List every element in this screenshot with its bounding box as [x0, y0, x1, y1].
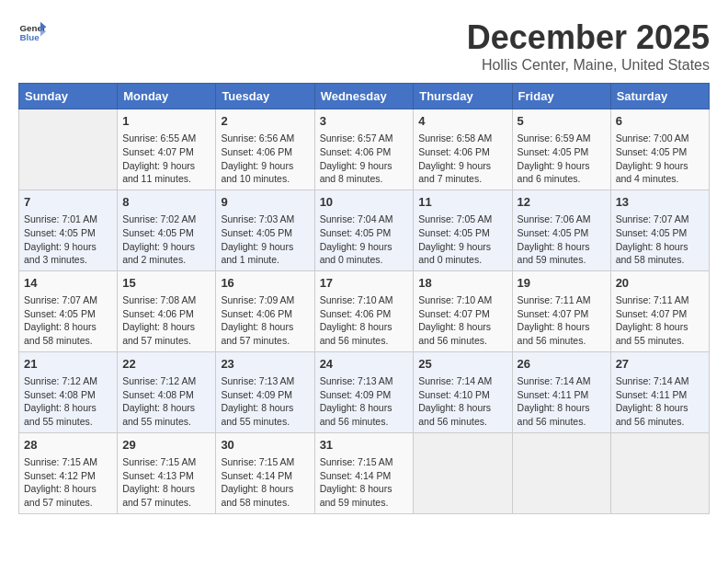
calendar-table: SundayMondayTuesdayWednesdayThursdayFrid…	[18, 83, 710, 514]
calendar-cell: 26Sunrise: 7:14 AM Sunset: 4:11 PM Dayli…	[512, 351, 610, 432]
day-info: Sunrise: 6:56 AM Sunset: 4:06 PM Dayligh…	[221, 132, 309, 186]
calendar-cell: 28Sunrise: 7:15 AM Sunset: 4:12 PM Dayli…	[19, 432, 118, 513]
header-monday: Monday	[118, 84, 216, 109]
day-number: 21	[24, 356, 112, 373]
calendar-cell: 6Sunrise: 7:00 AM Sunset: 4:05 PM Daylig…	[610, 109, 709, 190]
calendar-week-row: 21Sunrise: 7:12 AM Sunset: 4:08 PM Dayli…	[19, 351, 710, 432]
day-info: Sunrise: 7:11 AM Sunset: 4:07 PM Dayligh…	[616, 293, 704, 348]
calendar-cell: 18Sunrise: 7:10 AM Sunset: 4:07 PM Dayli…	[414, 270, 512, 351]
day-number: 16	[221, 275, 309, 292]
svg-text:Blue: Blue	[20, 32, 40, 42]
day-number: 4	[418, 113, 506, 130]
day-info: Sunrise: 6:55 AM Sunset: 4:07 PM Dayligh…	[122, 132, 210, 186]
day-number: 28	[24, 437, 112, 454]
day-info: Sunrise: 7:11 AM Sunset: 4:07 PM Dayligh…	[518, 293, 606, 348]
day-info: Sunrise: 7:14 AM Sunset: 4:11 PM Dayligh…	[518, 374, 606, 429]
day-info: Sunrise: 6:59 AM Sunset: 4:05 PM Dayligh…	[518, 132, 606, 186]
calendar-week-row: 28Sunrise: 7:15 AM Sunset: 4:12 PM Dayli…	[19, 432, 710, 513]
day-number: 22	[122, 356, 210, 373]
calendar-cell: 29Sunrise: 7:15 AM Sunset: 4:13 PM Dayli…	[118, 432, 216, 513]
calendar-cell: 20Sunrise: 7:11 AM Sunset: 4:07 PM Dayli…	[610, 270, 709, 351]
calendar-cell: 22Sunrise: 7:12 AM Sunset: 4:08 PM Dayli…	[118, 351, 216, 432]
day-info: Sunrise: 7:05 AM Sunset: 4:05 PM Dayligh…	[418, 213, 506, 267]
calendar-week-row: 1Sunrise: 6:55 AM Sunset: 4:07 PM Daylig…	[19, 109, 710, 190]
day-number: 23	[221, 356, 309, 373]
calendar-cell: 24Sunrise: 7:13 AM Sunset: 4:09 PM Dayli…	[314, 351, 414, 432]
calendar-subtitle: Hollis Center, Maine, United States	[467, 57, 710, 74]
header-tuesday: Tuesday	[216, 84, 314, 109]
day-number: 10	[320, 194, 409, 211]
day-number: 6	[616, 113, 704, 130]
day-info: Sunrise: 7:10 AM Sunset: 4:06 PM Dayligh…	[320, 293, 409, 348]
day-number: 9	[221, 194, 309, 211]
day-number: 12	[518, 194, 606, 211]
day-number: 11	[418, 194, 506, 211]
calendar-cell: 3Sunrise: 6:57 AM Sunset: 4:06 PM Daylig…	[314, 109, 414, 190]
day-number: 7	[24, 194, 112, 211]
day-info: Sunrise: 7:07 AM Sunset: 4:05 PM Dayligh…	[24, 293, 112, 348]
calendar-cell: 10Sunrise: 7:04 AM Sunset: 4:05 PM Dayli…	[314, 190, 414, 270]
calendar-cell: 12Sunrise: 7:06 AM Sunset: 4:05 PM Dayli…	[512, 190, 610, 270]
day-info: Sunrise: 7:12 AM Sunset: 4:08 PM Dayligh…	[24, 374, 112, 429]
day-number: 14	[24, 275, 112, 292]
day-number: 15	[122, 275, 210, 292]
day-number: 3	[320, 113, 409, 130]
logo-icon: General Blue	[18, 18, 46, 46]
calendar-cell: 25Sunrise: 7:14 AM Sunset: 4:10 PM Dayli…	[414, 351, 512, 432]
day-info: Sunrise: 7:04 AM Sunset: 4:05 PM Dayligh…	[320, 213, 409, 267]
calendar-cell: 30Sunrise: 7:15 AM Sunset: 4:14 PM Dayli…	[216, 432, 314, 513]
day-info: Sunrise: 7:15 AM Sunset: 4:12 PM Dayligh…	[24, 455, 112, 510]
calendar-cell	[414, 432, 512, 513]
day-number: 26	[518, 356, 606, 373]
logo: General Blue	[18, 18, 46, 46]
day-info: Sunrise: 7:12 AM Sunset: 4:08 PM Dayligh…	[122, 374, 210, 429]
calendar-cell: 31Sunrise: 7:15 AM Sunset: 4:14 PM Dayli…	[314, 432, 414, 513]
day-info: Sunrise: 7:13 AM Sunset: 4:09 PM Dayligh…	[221, 374, 309, 429]
day-number: 2	[221, 113, 309, 130]
calendar-cell: 8Sunrise: 7:02 AM Sunset: 4:05 PM Daylig…	[118, 190, 216, 270]
day-info: Sunrise: 6:57 AM Sunset: 4:06 PM Dayligh…	[320, 132, 409, 186]
day-number: 1	[122, 113, 210, 130]
day-number: 25	[418, 356, 506, 373]
day-number: 29	[122, 437, 210, 454]
day-info: Sunrise: 7:13 AM Sunset: 4:09 PM Dayligh…	[320, 374, 409, 429]
calendar-cell: 17Sunrise: 7:10 AM Sunset: 4:06 PM Dayli…	[314, 270, 414, 351]
calendar-cell: 5Sunrise: 6:59 AM Sunset: 4:05 PM Daylig…	[512, 109, 610, 190]
day-number: 5	[518, 113, 606, 130]
day-info: Sunrise: 7:15 AM Sunset: 4:14 PM Dayligh…	[221, 455, 309, 510]
day-info: Sunrise: 7:08 AM Sunset: 4:06 PM Dayligh…	[122, 293, 210, 348]
calendar-cell: 7Sunrise: 7:01 AM Sunset: 4:05 PM Daylig…	[19, 190, 118, 270]
day-info: Sunrise: 7:15 AM Sunset: 4:13 PM Dayligh…	[122, 455, 210, 510]
calendar-cell: 19Sunrise: 7:11 AM Sunset: 4:07 PM Dayli…	[512, 270, 610, 351]
day-info: Sunrise: 7:10 AM Sunset: 4:07 PM Dayligh…	[418, 293, 506, 348]
calendar-cell: 15Sunrise: 7:08 AM Sunset: 4:06 PM Dayli…	[118, 270, 216, 351]
calendar-cell: 23Sunrise: 7:13 AM Sunset: 4:09 PM Dayli…	[216, 351, 314, 432]
calendar-cell: 27Sunrise: 7:14 AM Sunset: 4:11 PM Dayli…	[610, 351, 709, 432]
header-saturday: Saturday	[610, 84, 709, 109]
day-info: Sunrise: 7:14 AM Sunset: 4:11 PM Dayligh…	[616, 374, 704, 429]
day-info: Sunrise: 7:09 AM Sunset: 4:06 PM Dayligh…	[221, 293, 309, 348]
calendar-title: December 2025	[467, 18, 710, 57]
calendar-cell	[610, 432, 709, 513]
day-number: 8	[122, 194, 210, 211]
day-number: 27	[616, 356, 704, 373]
calendar-cell: 13Sunrise: 7:07 AM Sunset: 4:05 PM Dayli…	[610, 190, 709, 270]
header-friday: Friday	[512, 84, 610, 109]
calendar-header-row: SundayMondayTuesdayWednesdayThursdayFrid…	[19, 84, 710, 109]
day-number: 13	[616, 194, 704, 211]
day-info: Sunrise: 7:03 AM Sunset: 4:05 PM Dayligh…	[221, 213, 309, 267]
header-sunday: Sunday	[19, 84, 118, 109]
header-thursday: Thursday	[414, 84, 512, 109]
day-info: Sunrise: 7:02 AM Sunset: 4:05 PM Dayligh…	[122, 213, 210, 267]
calendar-cell: 16Sunrise: 7:09 AM Sunset: 4:06 PM Dayli…	[216, 270, 314, 351]
calendar-cell: 11Sunrise: 7:05 AM Sunset: 4:05 PM Dayli…	[414, 190, 512, 270]
day-number: 31	[320, 437, 409, 454]
header-wednesday: Wednesday	[314, 84, 414, 109]
title-area: December 2025 Hollis Center, Maine, Unit…	[467, 18, 710, 74]
calendar-cell: 14Sunrise: 7:07 AM Sunset: 4:05 PM Dayli…	[19, 270, 118, 351]
day-info: Sunrise: 7:06 AM Sunset: 4:05 PM Dayligh…	[518, 213, 606, 267]
calendar-cell: 2Sunrise: 6:56 AM Sunset: 4:06 PM Daylig…	[216, 109, 314, 190]
day-info: Sunrise: 7:15 AM Sunset: 4:14 PM Dayligh…	[320, 455, 409, 510]
day-info: Sunrise: 7:01 AM Sunset: 4:05 PM Dayligh…	[24, 213, 112, 267]
day-info: Sunrise: 6:58 AM Sunset: 4:06 PM Dayligh…	[418, 132, 506, 186]
